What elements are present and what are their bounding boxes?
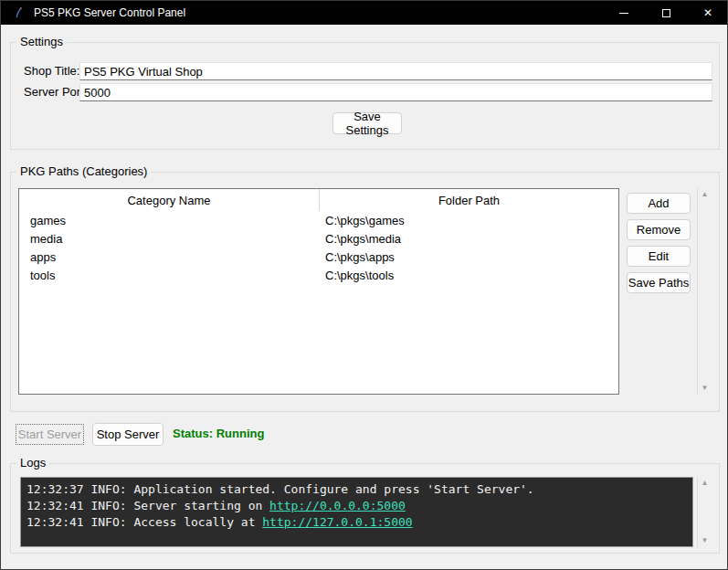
add-button[interactable]: Add [627, 193, 691, 214]
category-cell: media [19, 229, 320, 248]
category-cell: tools [19, 266, 320, 284]
log-scrollbar[interactable]: ▲ ▼ [697, 477, 712, 547]
window-title: PS5 PKG Server Control Panel [34, 6, 185, 19]
category-cell: games [19, 211, 320, 229]
shop-title-input[interactable] [79, 62, 712, 80]
log-link[interactable]: http://127.0.0.1:5000 [262, 515, 412, 529]
settings-group-label: Settings [16, 35, 67, 49]
app-window: PS5 PKG Server Control Panel ✕ Settings … [0, 0, 728, 570]
column-header-category[interactable]: Category Name [19, 189, 320, 211]
category-cell: apps [19, 248, 320, 266]
table-row[interactable]: games C:\pkgs\games [19, 211, 618, 229]
tk-feather-icon [12, 5, 25, 20]
pkg-paths-group-label: PKG Paths (Categories) [16, 164, 151, 179]
close-button[interactable]: ✕ [687, 1, 728, 25]
log-link[interactable]: http://0.0.0.0:5000 [269, 499, 406, 512]
log-console[interactable]: 12:32:37 INFO: Application started. Conf… [20, 477, 693, 547]
table-header-row: Category Name Folder Path [19, 189, 618, 211]
log-line: 12:32:41 INFO: Server starting on http:/… [26, 498, 687, 514]
server-port-input[interactable] [79, 83, 712, 101]
table-row[interactable]: apps C:\pkgs\apps [19, 248, 618, 266]
window-controls: ✕ [603, 1, 728, 25]
table-row[interactable]: tools C:\pkgs\tools [19, 266, 618, 284]
remove-button[interactable]: Remove [627, 219, 691, 240]
maximize-icon [662, 9, 670, 17]
column-header-path[interactable]: Folder Path [320, 189, 618, 211]
logs-group-label: Logs [16, 456, 49, 470]
save-settings-button[interactable]: Save Settings [332, 112, 402, 134]
pkg-paths-group: PKG Paths (Categories) Category Name Fol… [10, 172, 720, 412]
log-text: 12:32:41 INFO: Server starting on [26, 499, 269, 512]
save-paths-button[interactable]: Save Paths [627, 272, 691, 293]
titlebar[interactable]: PS5 PKG Server Control Panel ✕ [1, 1, 728, 25]
close-icon: ✕ [703, 7, 712, 18]
stop-server-button[interactable]: Stop Server [92, 423, 164, 446]
logs-group: Logs 12:32:37 INFO: Application started.… [10, 463, 720, 554]
table-scrollbar[interactable]: ▲ ▼ [697, 188, 712, 395]
path-cell: C:\pkgs\media [320, 229, 618, 248]
log-text: 12:32:37 INFO: Application started. Conf… [26, 482, 534, 496]
table-row[interactable]: media C:\pkgs\media [19, 229, 618, 248]
log-line: 12:32:41 INFO: Access locally at http://… [26, 514, 687, 531]
scroll-down-icon[interactable]: ▼ [702, 385, 709, 392]
pkg-paths-table: Category Name Folder Path games C:\pkgs\… [18, 188, 619, 395]
path-cell: C:\pkgs\apps [320, 248, 618, 266]
status-badge: Status: Running [173, 427, 264, 440]
log-text: 12:32:41 INFO: Access locally at [26, 515, 262, 529]
server-port-label: Server Port: [24, 83, 87, 101]
scroll-down-icon[interactable]: ▼ [702, 537, 709, 544]
scroll-up-icon[interactable]: ▲ [702, 480, 709, 487]
scroll-up-icon[interactable]: ▲ [702, 191, 709, 198]
log-line: 12:32:37 INFO: Application started. Conf… [26, 481, 687, 498]
minimize-icon [619, 13, 628, 14]
minimize-button[interactable] [603, 1, 645, 25]
edit-button[interactable]: Edit [627, 246, 691, 267]
maximize-button[interactable] [645, 1, 687, 25]
shop-title-label: Shop Title: [24, 62, 79, 80]
path-cell: C:\pkgs\games [320, 211, 618, 229]
path-cell: C:\pkgs\tools [320, 266, 618, 284]
start-server-button[interactable]: Start Server [16, 424, 84, 445]
settings-group: Settings Shop Title: Server Port: Save S… [10, 42, 720, 150]
